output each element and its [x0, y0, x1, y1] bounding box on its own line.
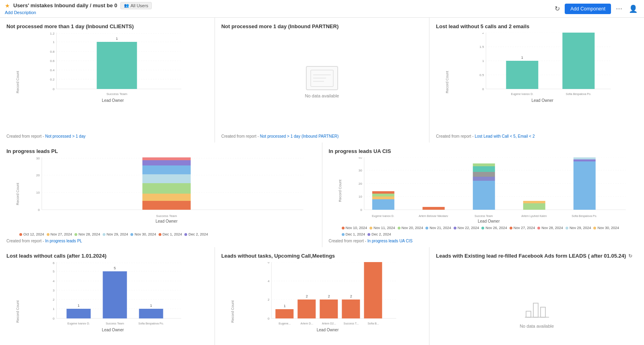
card5-report-link[interactable]: In progress leads UA CIS	[367, 239, 413, 243]
add-component-button[interactable]: Add Component	[565, 4, 611, 14]
card3-footer: Created from report - Lost Lead with Cal…	[436, 134, 638, 138]
card2-no-data-text: No data available	[305, 93, 339, 98]
svg-text:0: 0	[38, 208, 40, 212]
svg-text:2: 2	[305, 294, 308, 298]
card8-no-data-text: No data available	[520, 324, 554, 328]
svg-text:Success Team: Success Team	[106, 92, 127, 96]
card3-report-link[interactable]: Lost Lead with Call < 5, Email < 2	[475, 134, 535, 138]
svg-text:4: 4	[53, 279, 55, 283]
star-icon: ★	[5, 2, 10, 9]
svg-rect-136	[533, 303, 538, 317]
svg-text:1: 1	[521, 56, 523, 60]
add-description-link[interactable]: Add Description	[5, 9, 152, 16]
svg-text:Sofia Bespalova Po.: Sofia Bespalova Po.	[572, 215, 597, 218]
card6-y-label: Record Count	[16, 300, 20, 323]
card-lost-leads-calls: Lost leads without calls (after 1.01.202…	[0, 247, 215, 345]
svg-text:1.5: 1.5	[480, 45, 485, 49]
svg-text:Sofia Bespalova Po.: Sofia Bespalova Po.	[566, 93, 591, 96]
svg-rect-105	[103, 271, 127, 318]
svg-rect-75	[473, 177, 495, 181]
card2-no-data: No data available	[221, 33, 423, 132]
card1-chart-area: Record Count 0 0.2 0.4 0.6 0.8 1	[6, 33, 208, 132]
svg-text:3: 3	[53, 289, 55, 292]
svg-text:6: 6	[53, 262, 55, 265]
card8-no-data: No data available	[436, 262, 638, 345]
refresh-button[interactable]: ↻	[553, 3, 561, 14]
card7-title: Leads without tasks, Upcoming Call,Meeti…	[221, 253, 423, 259]
all-users-badge[interactable]: 👥 All Users	[120, 2, 152, 9]
svg-text:1: 1	[116, 37, 118, 41]
svg-text:40: 40	[358, 157, 362, 159]
svg-rect-78	[473, 163, 495, 166]
card5-x-label: Lead Owner	[343, 219, 635, 223]
card1-report-link[interactable]: Not processed > 1 day	[45, 134, 85, 138]
svg-rect-36	[563, 33, 595, 89]
card-leads-without-tasks: Leads without tasks, Upcoming Call,Meeti…	[215, 247, 429, 345]
svg-text:0: 0	[53, 317, 55, 320]
svg-rect-52	[142, 165, 191, 174]
svg-text:0.4: 0.4	[50, 68, 55, 72]
card-in-progress-ua: In progress leads UA CIS Record Count 0 …	[322, 143, 644, 247]
card6-title: Lost leads without calls (after 1.01.202…	[6, 253, 208, 259]
user-icon-button[interactable]: 👤	[627, 3, 639, 15]
card5-chart: 0 10 20 30 40 Eugene Ivanov D.	[343, 157, 635, 218]
card5-legend: Nov 10, 2024 Nov 11, 2024 Nov 20, 2024 N…	[342, 226, 638, 236]
row-1: Not processed more than 1 day (Inbound C…	[0, 18, 644, 143]
svg-rect-51	[142, 174, 191, 183]
svg-text:Success Team: Success Team	[475, 215, 493, 217]
svg-text:0: 0	[360, 208, 362, 212]
svg-rect-53	[142, 160, 191, 165]
card-not-processed-partner: Not processed more 1 day (Inbound PARTNE…	[215, 18, 429, 143]
svg-text:Success T...: Success T...	[343, 322, 359, 325]
card-lost-lead: Lost lead without 5 calls and 2 emails R…	[429, 18, 644, 143]
card2-title: Not processed more 1 day (Inbound PARTNE…	[221, 23, 423, 29]
svg-rect-137	[541, 307, 545, 317]
more-options-button[interactable]: ⋯	[614, 3, 624, 14]
svg-rect-74	[473, 181, 495, 210]
card8-refresh-icon[interactable]: ↻	[628, 253, 632, 259]
svg-rect-49	[142, 194, 191, 201]
card3-chart-area: Record Count 0 0.5 1 1.5 2 1 Euge	[436, 33, 638, 132]
card1-x-label: Lead Owner	[21, 98, 205, 103]
card4-report-link[interactable]: In progress leads PL	[45, 239, 82, 243]
card7-y-label: Record Count	[230, 300, 234, 323]
card3-y-label: Record Count	[445, 71, 449, 93]
card4-footer: Created from report - In progress leads …	[6, 239, 316, 243]
svg-rect-70	[372, 191, 394, 194]
svg-text:2: 2	[350, 294, 352, 298]
svg-text:2: 2	[53, 298, 55, 302]
svg-text:Sofia Bespalova Po.: Sofia Bespalova Po.	[138, 322, 164, 325]
card5-title: In progress leads UA CIS	[329, 148, 638, 154]
card1-chart: 0 0.2 0.4 0.6 0.8 1 1.2 1	[21, 33, 205, 97]
svg-rect-54	[142, 157, 191, 160]
card4-x-label: Lead Owner	[21, 219, 312, 223]
svg-text:0.2: 0.2	[50, 78, 55, 81]
card1-footer: Created from report - Not processed > 1 …	[6, 134, 208, 138]
svg-text:1: 1	[53, 40, 55, 44]
svg-text:0: 0	[482, 87, 484, 91]
card4-legend: Oct 12, 2024 Nov 27, 2024 Nov 28, 2024 N…	[19, 232, 316, 236]
badge-icon: 👥	[124, 3, 129, 8]
svg-rect-76	[473, 172, 495, 177]
svg-text:Artem Lyuhed Kalen: Artem Lyuhed Kalen	[521, 215, 547, 218]
svg-text:0.8: 0.8	[50, 50, 55, 54]
svg-text:1.2: 1.2	[50, 33, 55, 35]
card4-chart-area: Record Count 0 10 20 30	[6, 157, 316, 231]
svg-text:20: 20	[36, 174, 40, 177]
svg-rect-68	[372, 196, 394, 199]
svg-text:5: 5	[53, 270, 55, 273]
svg-text:10: 10	[358, 195, 362, 198]
card3-chart: 0 0.5 1 1.5 2 1 Eugene Ivanov D. 2	[450, 33, 634, 97]
svg-rect-84	[573, 159, 595, 161]
svg-text:Sofia B...: Sofia B...	[367, 322, 379, 325]
svg-rect-72	[422, 207, 444, 210]
svg-text:6: 6	[268, 262, 270, 264]
card2-report-link[interactable]: Not processed > 1 day (Inbound PARTNER)	[260, 134, 339, 138]
card1-y-label: Record Count	[16, 71, 20, 93]
svg-text:30: 30	[358, 169, 362, 172]
svg-text:0.6: 0.6	[50, 59, 55, 63]
svg-text:Eugene...: Eugene...	[279, 322, 291, 325]
top-bar: ★ Users' mistakes Inbound daily / must b…	[0, 0, 644, 18]
svg-rect-120	[275, 309, 293, 318]
svg-rect-48	[142, 201, 191, 210]
